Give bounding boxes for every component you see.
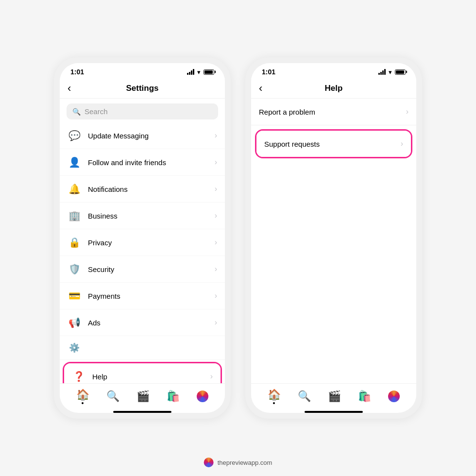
status-icons-left: ▾ [187,68,214,76]
watermark-text: thepreviewapp.com [218,459,272,466]
watermark: thepreviewapp.com [204,458,272,467]
settings-content: 🔍 Search 💬 Update Messaging › 👤 Follow a [60,99,225,383]
battery-icon-right [395,69,406,75]
messaging-icon: 💬 [68,129,81,142]
chevron-icon: › [215,238,217,247]
nav-home-button-right[interactable]: 🏠 [268,389,281,404]
privacy-label: Privacy [88,238,215,247]
settings-item-business[interactable]: 🏢 Business › [60,203,225,229]
settings-item-payments[interactable]: 💳 Payments › [60,283,225,309]
chevron-icon: › [215,318,217,327]
business-icon: 🏢 [68,209,81,222]
report-problem-item[interactable]: Report a problem › [251,99,416,125]
settings-item-messaging[interactable]: 💬 Update Messaging › [60,122,225,149]
follow-label: Follow and invite friends [88,158,215,167]
ads-icon: 📢 [68,316,81,329]
payments-label: Payments [88,292,215,300]
support-highlight-box: Support requests › [255,129,412,158]
settings-item-above-help: ⚙️ [60,336,225,360]
back-button-right[interactable]: ‹ [259,82,262,95]
search-icon: 🔍 [72,108,81,116]
reels-nav-icon-right[interactable]: 🎬 [328,390,341,403]
help-nav-header: ‹ Help [251,79,416,99]
shop-nav-icon[interactable]: 🛍️ [167,390,180,403]
home-indicator [82,402,84,404]
search-nav-icon[interactable]: 🔍 [106,390,119,403]
settings-item-privacy[interactable]: 🔒 Privacy › [60,229,225,256]
bottom-nav-left: 🏠 🔍 🎬 🛍️ [60,383,225,407]
back-button-left[interactable]: ‹ [68,82,71,95]
wifi-icon-right: ▾ [389,68,392,76]
home-bar-right [305,411,363,413]
messaging-label: Update Messaging [88,132,215,140]
settings-title: Settings [126,84,158,93]
follow-icon: 👤 [68,155,81,169]
search-bar[interactable]: 🔍 Search [67,103,218,119]
help-label: Help [92,373,210,381]
phone-left: 1:01 ▾ ‹ Settings [54,57,231,419]
help-title: Help [325,84,343,93]
reels-nav-icon[interactable]: 🎬 [136,390,150,403]
settings-list: 💬 Update Messaging › 👤 Follow and invite… [60,122,225,383]
chevron-icon: › [215,185,217,193]
shop-nav-icon-right[interactable]: 🛍️ [358,390,371,403]
signal-icon-right [378,69,386,75]
business-label: Business [88,212,215,220]
battery-icon [204,69,214,75]
profile-nav-icon-right[interactable] [388,391,400,402]
settings-item-ads[interactable]: 📢 Ads › [60,309,225,336]
settings-item-security[interactable]: 🛡️ Security › [60,256,225,283]
above-help-icon: ⚙️ [68,341,81,355]
search-nav-icon-right[interactable]: 🔍 [298,390,311,403]
payments-icon: 💳 [68,289,81,303]
chevron-icon: › [406,107,408,116]
privacy-icon: 🔒 [68,236,81,249]
status-bar-left: 1:01 ▾ [60,63,225,79]
signal-icon [187,69,194,75]
search-placeholder: Search [85,107,108,116]
chevron-icon: › [215,131,217,140]
wifi-icon: ▾ [197,68,201,76]
status-icons-right: ▾ [378,68,406,76]
status-time-left: 1:01 [70,68,84,76]
security-label: Security [88,265,215,273]
bottom-nav-right: 🏠 🔍 🎬 🛍️ [251,383,416,407]
chevron-icon: › [215,265,217,273]
chevron-icon: › [401,139,403,148]
notifications-label: Notifications [88,185,215,193]
support-requests-label: Support requests [264,140,401,148]
home-bar [113,411,171,413]
chevron-icon: › [210,372,213,381]
settings-item-help[interactable]: ❓ Help › [64,363,221,383]
support-requests-item[interactable]: Support requests › [256,131,411,157]
home-icon: 🏠 [76,389,89,401]
ads-label: Ads [88,319,215,327]
watermark-globe-icon [204,458,214,467]
help-highlight-box: ❓ Help › [63,362,222,383]
settings-item-notifications[interactable]: 🔔 Notifications › [60,176,225,203]
chevron-icon: › [215,158,217,167]
phone-right: 1:01 ▾ ‹ Help [245,57,422,419]
home-indicator-right [273,402,275,404]
report-problem-label: Report a problem [259,108,406,116]
chevron-icon: › [215,211,217,220]
nav-home-button[interactable]: 🏠 [76,389,89,404]
notifications-icon: 🔔 [68,182,81,196]
settings-item-follow[interactable]: 👤 Follow and invite friends › [60,149,225,176]
home-icon-right: 🏠 [268,389,281,401]
status-time-right: 1:01 [262,68,275,76]
help-content: Report a problem › Support requests › [251,99,416,383]
settings-nav-header: ‹ Settings [60,79,225,99]
status-bar-right: 1:01 ▾ [251,63,416,79]
security-icon: 🛡️ [68,262,81,276]
help-icon: ❓ [72,370,85,383]
profile-nav-icon[interactable] [197,391,208,402]
chevron-icon: › [215,291,217,300]
